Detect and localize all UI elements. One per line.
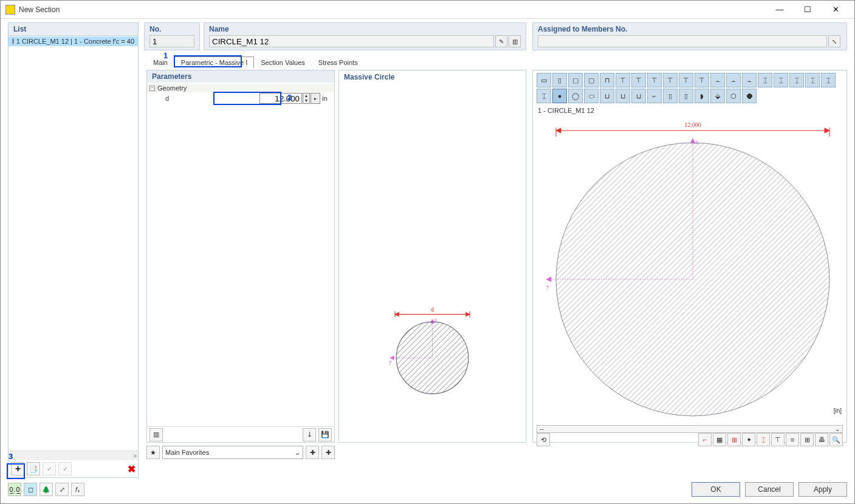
close-button[interactable]: ✕ (822, 1, 850, 19)
pv-tool-5[interactable]: ⌶ (757, 433, 770, 446)
tab-main[interactable]: Main (146, 56, 174, 69)
scroll-right-icon[interactable]: > (134, 453, 137, 459)
window-controls: — ☐ ✕ (766, 1, 850, 19)
check2-button[interactable]: ✓ (58, 462, 72, 475)
pv-tool-8[interactable]: ⊞ (800, 433, 814, 446)
geometry-group[interactable]: − Geometry (147, 84, 334, 92)
copy-item-button[interactable]: 📑 (27, 462, 40, 475)
shape-circle-solid[interactable]: ● (552, 89, 567, 103)
small-preview-title: Massive Circle (339, 70, 526, 84)
shape-t3[interactable]: ⊤ (647, 73, 662, 87)
title-bar: New Section — ☐ ✕ (1, 1, 854, 19)
shape-t6[interactable]: ⊤ (695, 73, 709, 87)
shape-t5[interactable]: ⊤ (679, 73, 693, 87)
shape-halfellipse[interactable]: ⬙ (710, 89, 725, 103)
tab-stress-points[interactable]: Stress Points (312, 56, 365, 69)
params-tool-save[interactable]: 💾 (318, 428, 332, 441)
shape-t4[interactable]: ⊤ (663, 73, 678, 87)
shape-pi2[interactable]: ⫠ (726, 73, 741, 87)
shape-i1[interactable]: ⌶ (758, 73, 772, 87)
shape-hexagon[interactable]: ⬡ (726, 89, 741, 103)
shape-i4[interactable]: ⌶ (805, 73, 820, 87)
pv-tool-2[interactable]: ▦ (713, 433, 726, 446)
param-d-unit-button[interactable]: ▸ (311, 93, 320, 104)
param-d-row: d ▴▾ ▸ in (147, 92, 334, 104)
shape-t2[interactable]: ⊤ (631, 73, 646, 87)
fav-star-button[interactable]: ★ (146, 446, 160, 459)
window-title: New Section (19, 5, 766, 14)
shape-i6[interactable]: ⌶ (537, 89, 551, 103)
shape-rect-solid[interactable]: ▭ (537, 73, 551, 87)
pv-tool-left[interactable]: ⟲ (537, 433, 550, 446)
shape-pi3[interactable]: ⫠ (742, 73, 757, 87)
shape-octagon[interactable]: ⯃ (742, 89, 757, 103)
assigned-input[interactable] (538, 35, 827, 47)
big-preview-panel: ▭ ▯ ▢ ▢ ⊓ ⊤ ⊤ ⊤ ⊤ ⊤ ⊤ ⫠ ⫠ ⫠ ⌶ ⌶ ⌶ ⌶ ⌶ ⌶ … (532, 70, 847, 443)
fav-add-button[interactable]: ✚ (306, 446, 319, 459)
fav-add2-button[interactable]: ✚ (321, 446, 335, 459)
params-tool-1[interactable]: ▥ (149, 428, 163, 441)
favorites-select[interactable]: Main Favorites ⌄ (162, 446, 303, 459)
pv-tool-6[interactable]: ⊤ (771, 433, 785, 446)
shape-bar1[interactable]: ▯ (663, 89, 678, 103)
preview-dropdown[interactable]: -- ⌄ (537, 425, 843, 433)
no-input[interactable] (149, 35, 194, 47)
tab-section-values[interactable]: Section Values (254, 56, 312, 69)
param-d-spinner[interactable]: ▴▾ (303, 93, 310, 104)
shape-i5[interactable]: ⌶ (821, 73, 836, 87)
apply-button[interactable]: Apply (798, 482, 847, 497)
bl-tool-2[interactable]: ◻ (24, 483, 37, 496)
shape-circle-hollow[interactable]: ◯ (568, 89, 583, 103)
new-item-button[interactable]: ✚ (11, 462, 24, 475)
svg-marker-18 (825, 128, 829, 133)
pv-tool-zoom[interactable]: 🔍 (829, 433, 843, 446)
shape-l[interactable]: ⌐ (647, 89, 662, 103)
pv-tool-7[interactable]: ≡ (786, 433, 799, 446)
shape-u2[interactable]: ⊔ (600, 89, 614, 103)
ok-button[interactable]: OK (692, 482, 740, 497)
collapse-icon[interactable]: − (149, 86, 155, 91)
parameters-body: − Geometry d ▴▾ ▸ in (147, 83, 334, 426)
pv-tool-4[interactable]: ✦ (742, 433, 755, 446)
shape-t1[interactable]: ⊤ (616, 73, 630, 87)
bl-tool-4[interactable]: ⤢ (55, 483, 69, 496)
library-button[interactable]: ▥ (509, 35, 521, 47)
shape-ellipse[interactable]: ⬭ (584, 89, 599, 103)
bl-tool-3[interactable]: 🌲 (39, 483, 53, 496)
preview-toolbar: ⟲ ⌐ ▦ ⊞ ✦ ⌶ ⊤ ≡ ⊞ 🖶 🔍 (533, 433, 846, 446)
shape-u3[interactable]: ⊔ (616, 89, 630, 103)
shape-rect-hollow[interactable]: ▢ (568, 73, 583, 87)
shape-i3[interactable]: ⌶ (789, 73, 804, 87)
params-tool-export[interactable]: ⤓ (303, 428, 316, 441)
bl-tool-1[interactable]: 0̲.0̲ (8, 483, 21, 496)
svg-marker-5 (466, 313, 470, 316)
shape-bar2[interactable]: ▯ (679, 89, 693, 103)
maximize-button[interactable]: ☐ (794, 1, 822, 19)
param-d-input[interactable] (259, 93, 302, 104)
shape-halfcircle[interactable]: ◗ (695, 89, 709, 103)
check-button[interactable]: ✓ (43, 462, 56, 475)
small-preview-panel: Massive Circle d (338, 70, 526, 443)
shape-u1[interactable]: ⊓ (600, 73, 614, 87)
big-dim-value: 12.000 (684, 121, 701, 128)
pv-tool-3[interactable]: ⊞ (727, 433, 741, 446)
tab-parametric[interactable]: Parametric - Massive I (174, 56, 254, 69)
list-item[interactable]: 1 CIRCLE_M1 12 | 1 - Concrete f'c = 40 (9, 36, 138, 46)
cancel-button[interactable]: Cancel (745, 482, 794, 497)
name-input[interactable] (209, 35, 494, 47)
edit-name-button[interactable]: ✎ (495, 35, 507, 47)
delete-button[interactable]: ✖ (128, 463, 136, 475)
pv-tool-print[interactable]: 🖶 (815, 433, 828, 446)
list-header: List (9, 23, 138, 36)
shape-rect-hollow2[interactable]: ▢ (584, 73, 599, 87)
shape-u4[interactable]: ⊔ (631, 89, 646, 103)
shape-i2[interactable]: ⌶ (774, 73, 788, 87)
minimize-button[interactable]: — (766, 1, 794, 19)
shape-rect-tall[interactable]: ▯ (552, 73, 567, 87)
middle-area: Parameters − Geometry d ▴▾ ▸ in ▥ ⤓ 💾 M (146, 70, 526, 443)
pv-tool-1[interactable]: ⌐ (698, 433, 712, 446)
bl-tool-5[interactable]: fₓ (71, 483, 84, 496)
shape-pi1[interactable]: ⫠ (710, 73, 725, 87)
pick-members-button[interactable]: ⤡ (828, 35, 840, 47)
horizontal-scrollbar[interactable]: < > (9, 451, 138, 460)
